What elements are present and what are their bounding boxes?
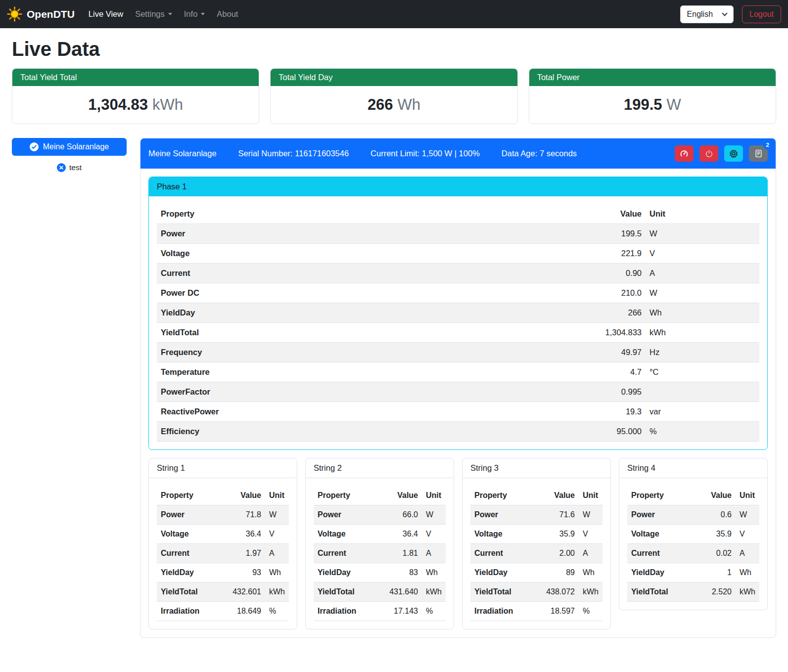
row-property: Frequency xyxy=(157,343,581,362)
row-unit: kWh xyxy=(265,582,289,602)
string-4-title: String 4 xyxy=(619,458,767,478)
row-unit: Wh xyxy=(265,563,289,582)
row-property: YieldDay xyxy=(314,563,385,582)
row-unit: W xyxy=(579,505,603,525)
col-property: Property xyxy=(470,486,542,505)
table-header-row: Property Value Unit xyxy=(157,204,759,224)
row-property: Efficiency xyxy=(157,422,581,442)
inverter-card-header: Meine Solaranlage Serial Number: 1161716… xyxy=(140,138,776,169)
nav-settings[interactable]: Settings xyxy=(135,9,172,19)
row-property: Power xyxy=(470,505,542,525)
row-property: YieldTotal xyxy=(157,323,581,343)
table-row: Frequency49.97Hz xyxy=(157,343,759,362)
table-row: Power DC210.0W xyxy=(157,283,759,303)
string-2-title: String 2 xyxy=(306,458,454,478)
row-value: 89 xyxy=(542,563,579,582)
table-row: Voltage35.9V xyxy=(470,525,603,544)
limit-settings-button[interactable] xyxy=(675,145,694,162)
row-unit: kWh xyxy=(579,582,603,602)
table-row: Current0.90A xyxy=(157,264,759,283)
opendtu-sun-logo-icon xyxy=(7,6,22,22)
row-property: Power xyxy=(157,224,581,244)
table-row: Voltage221.9V xyxy=(157,244,759,264)
row-value: 83 xyxy=(385,563,422,582)
table-header-row: Property Value Unit xyxy=(157,486,289,505)
row-value: 35.9 xyxy=(700,525,736,544)
row-property: Power xyxy=(627,505,700,525)
table-row: Irradiation18.597% xyxy=(470,602,603,621)
chevron-down-icon xyxy=(201,13,205,15)
row-value: 1 xyxy=(700,563,736,582)
row-value: 1.97 xyxy=(229,544,265,563)
row-property: Irradiation xyxy=(470,602,542,621)
inverter-limit: Current Limit: 1,500 W | 100% xyxy=(371,149,480,158)
row-property: YieldDay xyxy=(157,303,581,323)
total-power-card: Total Power 199.5W xyxy=(529,68,776,124)
row-unit: A xyxy=(422,544,446,563)
row-value: 4.7 xyxy=(581,362,646,382)
row-property: Current xyxy=(157,544,229,563)
row-unit: V xyxy=(736,525,759,544)
row-value: 17.143 xyxy=(385,602,422,621)
nav-info[interactable]: Info xyxy=(184,9,205,19)
string-4-body: Property Value Unit Power0.6WVoltage35.9… xyxy=(619,478,767,610)
table-row: YieldDay93Wh xyxy=(157,563,289,582)
language-select[interactable]: English xyxy=(680,5,734,23)
table-row: Voltage36.4V xyxy=(314,525,446,544)
row-unit: kWh xyxy=(422,582,446,602)
col-unit: Unit xyxy=(736,486,759,505)
content-row: Meine Solaranlage test Meine Solaranlage… xyxy=(0,138,788,638)
table-row: Voltage36.4V xyxy=(157,525,289,544)
table-row: Current0.02A xyxy=(627,544,759,563)
power-icon xyxy=(705,149,713,158)
row-property: Irradiation xyxy=(157,602,229,621)
logout-button[interactable]: Logout xyxy=(742,5,781,23)
row-property: Voltage xyxy=(314,525,385,544)
nav-live-view[interactable]: Live View xyxy=(89,9,123,19)
navbar-right: English Logout xyxy=(680,5,781,23)
string-3-body: Property Value Unit Power71.6WVoltage35.… xyxy=(463,478,610,629)
row-unit: Wh xyxy=(422,563,446,582)
row-value: 0.995 xyxy=(581,382,646,402)
event-log-button[interactable]: 2 xyxy=(749,145,768,162)
row-value: 266 xyxy=(581,303,646,323)
language-select-value: English xyxy=(687,10,713,19)
table-row: YieldTotal431.640kWh xyxy=(314,582,446,602)
table-row: Current2.00A xyxy=(470,544,603,563)
inverter-select-button[interactable]: Meine Solaranlage xyxy=(12,138,127,156)
string-3-title: String 3 xyxy=(463,458,610,478)
table-row: YieldTotal438.072kWh xyxy=(470,582,603,602)
sidebar-item-test[interactable]: test xyxy=(12,163,127,172)
total-power-value: 199.5 xyxy=(624,96,662,113)
event-count-badge: 2 xyxy=(763,141,772,150)
table-row: Current1.97A xyxy=(157,544,289,563)
table-row: Voltage35.9V xyxy=(627,525,759,544)
row-unit: V xyxy=(422,525,446,544)
nav-about[interactable]: About xyxy=(217,9,238,19)
row-property: YieldDay xyxy=(470,563,542,582)
card-header: Total Power xyxy=(529,69,776,86)
row-value: 66.0 xyxy=(385,505,422,525)
total-yield-total-card: Total Yield Total 1,304.83kWh xyxy=(12,68,259,124)
row-unit: W xyxy=(736,505,759,525)
power-button[interactable] xyxy=(699,145,718,162)
table-row: YieldTotal2.520kWh xyxy=(627,582,759,602)
row-value: 431.640 xyxy=(385,582,422,602)
row-value: 1.81 xyxy=(385,544,422,563)
navbar: OpenDTU Live View Settings Info About En… xyxy=(0,0,788,28)
table-row: YieldDay1Wh xyxy=(627,563,759,582)
string-3-table: Property Value Unit Power71.6WVoltage35.… xyxy=(470,486,603,621)
row-value: 36.4 xyxy=(229,525,265,544)
card-body: 266Wh xyxy=(271,86,517,124)
string-4-table: Property Value Unit Power0.6WVoltage35.9… xyxy=(627,486,759,602)
string-1-title: String 1 xyxy=(149,458,297,478)
inverter-sidebar: Meine Solaranlage test xyxy=(12,138,127,172)
row-property: YieldTotal xyxy=(157,582,229,602)
row-value: 221.9 xyxy=(581,244,646,264)
total-yield-day-unit: Wh xyxy=(398,96,421,113)
device-info-button[interactable] xyxy=(724,145,743,162)
phase-1-title: Phase 1 xyxy=(149,177,767,196)
row-value: 438.072 xyxy=(542,582,579,602)
row-value: 1,304.833 xyxy=(581,323,646,343)
row-unit: V xyxy=(579,525,603,544)
